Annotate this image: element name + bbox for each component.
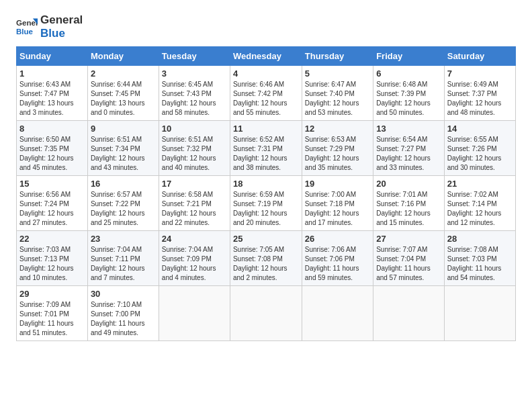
calendar-day-header: Tuesday [159, 46, 230, 65]
day-number: 7 [447, 68, 513, 79]
day-info: Sunrise: 6:53 AM Sunset: 7:29 PM Dayligh… [305, 135, 370, 173]
calendar-cell: 18Sunrise: 6:59 AM Sunset: 7:19 PM Dayli… [230, 175, 302, 230]
day-info: Sunrise: 6:55 AM Sunset: 7:26 PM Dayligh… [447, 135, 513, 173]
day-info: Sunrise: 6:46 AM Sunset: 7:42 PM Dayligh… [233, 80, 299, 118]
calendar-cell: 16Sunrise: 6:57 AM Sunset: 7:22 PM Dayli… [87, 175, 159, 230]
day-number: 24 [162, 234, 227, 244]
calendar-cell: 3Sunrise: 6:45 AM Sunset: 7:43 PM Daylig… [159, 65, 230, 120]
calendar-cell: 26Sunrise: 7:06 AM Sunset: 7:06 PM Dayli… [302, 230, 373, 285]
day-number: 3 [162, 68, 227, 79]
day-info: Sunrise: 7:07 AM Sunset: 7:04 PM Dayligh… [376, 245, 441, 283]
day-info: Sunrise: 6:47 AM Sunset: 7:40 PM Dayligh… [305, 80, 370, 118]
day-info: Sunrise: 6:59 AM Sunset: 7:19 PM Dayligh… [233, 190, 299, 228]
day-info: Sunrise: 6:48 AM Sunset: 7:39 PM Dayligh… [376, 80, 441, 118]
day-number: 1 [19, 68, 85, 79]
day-info: Sunrise: 6:54 AM Sunset: 7:27 PM Dayligh… [376, 135, 441, 173]
calendar-cell: 21Sunrise: 7:02 AM Sunset: 7:14 PM Dayli… [444, 175, 515, 230]
day-info: Sunrise: 7:09 AM Sunset: 7:01 PM Dayligh… [19, 300, 85, 338]
logo-icon: General Blue [16, 16, 38, 38]
calendar-cell: 8Sunrise: 6:50 AM Sunset: 7:35 PM Daylig… [17, 120, 88, 175]
day-info: Sunrise: 6:57 AM Sunset: 7:22 PM Dayligh… [91, 190, 156, 228]
day-info: Sunrise: 7:04 AM Sunset: 7:11 PM Dayligh… [91, 245, 156, 283]
day-info: Sunrise: 7:04 AM Sunset: 7:09 PM Dayligh… [162, 245, 227, 283]
day-number: 22 [19, 234, 85, 244]
calendar-day-header: Sunday [17, 46, 88, 65]
logo-general: General [40, 13, 83, 27]
logo: General Blue General Blue [16, 13, 83, 41]
calendar-week-row: 22Sunrise: 7:03 AM Sunset: 7:13 PM Dayli… [17, 230, 516, 285]
calendar-cell: 25Sunrise: 7:05 AM Sunset: 7:08 PM Dayli… [230, 230, 302, 285]
day-number: 27 [376, 234, 441, 244]
calendar-day-header: Thursday [302, 46, 373, 65]
day-info: Sunrise: 7:05 AM Sunset: 7:08 PM Dayligh… [233, 245, 299, 283]
day-number: 10 [162, 124, 227, 134]
day-number: 20 [376, 179, 441, 189]
day-number: 2 [91, 68, 156, 79]
calendar-week-row: 15Sunrise: 6:56 AM Sunset: 7:24 PM Dayli… [17, 175, 516, 230]
calendar-cell: 10Sunrise: 6:51 AM Sunset: 7:32 PM Dayli… [159, 120, 230, 175]
calendar-cell: 4Sunrise: 6:46 AM Sunset: 7:42 PM Daylig… [230, 65, 302, 120]
day-info: Sunrise: 6:50 AM Sunset: 7:35 PM Dayligh… [19, 135, 85, 173]
calendar-header-row: SundayMondayTuesdayWednesdayThursdayFrid… [17, 46, 516, 65]
calendar-cell: 24Sunrise: 7:04 AM Sunset: 7:09 PM Dayli… [159, 230, 230, 285]
day-info: Sunrise: 7:06 AM Sunset: 7:06 PM Dayligh… [305, 245, 370, 283]
calendar-week-row: 8Sunrise: 6:50 AM Sunset: 7:35 PM Daylig… [17, 120, 516, 175]
day-info: Sunrise: 6:44 AM Sunset: 7:45 PM Dayligh… [91, 80, 156, 118]
header: General Blue General Blue [16, 13, 516, 41]
day-number: 18 [233, 179, 299, 189]
day-info: Sunrise: 6:58 AM Sunset: 7:21 PM Dayligh… [162, 190, 227, 228]
day-number: 16 [91, 179, 156, 189]
calendar-cell: 14Sunrise: 6:55 AM Sunset: 7:26 PM Dayli… [444, 120, 515, 175]
calendar-cell: 23Sunrise: 7:04 AM Sunset: 7:11 PM Dayli… [87, 230, 159, 285]
day-number: 6 [376, 68, 441, 79]
day-info: Sunrise: 6:43 AM Sunset: 7:47 PM Dayligh… [19, 80, 85, 118]
calendar-day-header: Monday [87, 46, 159, 65]
calendar-cell: 11Sunrise: 6:52 AM Sunset: 7:31 PM Dayli… [230, 120, 302, 175]
day-number: 28 [447, 234, 513, 244]
calendar-day-header: Friday [373, 46, 445, 65]
calendar-cell: 19Sunrise: 7:00 AM Sunset: 7:18 PM Dayli… [302, 175, 373, 230]
day-number: 29 [19, 289, 85, 299]
calendar-cell [373, 285, 445, 340]
calendar-cell: 1Sunrise: 6:43 AM Sunset: 7:47 PM Daylig… [17, 65, 88, 120]
day-number: 4 [233, 68, 299, 79]
calendar-cell: 5Sunrise: 6:47 AM Sunset: 7:40 PM Daylig… [302, 65, 373, 120]
calendar-cell: 17Sunrise: 6:58 AM Sunset: 7:21 PM Dayli… [159, 175, 230, 230]
calendar-cell: 22Sunrise: 7:03 AM Sunset: 7:13 PM Dayli… [17, 230, 88, 285]
day-number: 25 [233, 234, 299, 244]
calendar-cell [302, 285, 373, 340]
day-number: 9 [91, 124, 156, 134]
day-number: 11 [233, 124, 299, 134]
day-number: 23 [91, 234, 156, 244]
day-info: Sunrise: 7:01 AM Sunset: 7:16 PM Dayligh… [376, 190, 441, 228]
day-number: 14 [447, 124, 513, 134]
day-number: 15 [19, 179, 85, 189]
day-number: 12 [305, 124, 370, 134]
day-info: Sunrise: 6:51 AM Sunset: 7:32 PM Dayligh… [162, 135, 227, 173]
calendar-cell: 7Sunrise: 6:49 AM Sunset: 7:37 PM Daylig… [444, 65, 515, 120]
day-number: 26 [305, 234, 370, 244]
calendar-cell [159, 285, 230, 340]
calendar-cell [230, 285, 302, 340]
calendar-day-header: Saturday [444, 46, 515, 65]
calendar-cell: 29Sunrise: 7:09 AM Sunset: 7:01 PM Dayli… [17, 285, 88, 340]
calendar-cell: 28Sunrise: 7:08 AM Sunset: 7:03 PM Dayli… [444, 230, 515, 285]
day-number: 13 [376, 124, 441, 134]
calendar-day-header: Wednesday [230, 46, 302, 65]
calendar-cell: 20Sunrise: 7:01 AM Sunset: 7:16 PM Dayli… [373, 175, 445, 230]
day-number: 19 [305, 179, 370, 189]
day-info: Sunrise: 6:49 AM Sunset: 7:37 PM Dayligh… [447, 80, 513, 118]
day-number: 30 [91, 289, 156, 299]
calendar-body: 1Sunrise: 6:43 AM Sunset: 7:47 PM Daylig… [17, 65, 516, 340]
day-info: Sunrise: 7:08 AM Sunset: 7:03 PM Dayligh… [447, 245, 513, 283]
day-number: 17 [162, 179, 227, 189]
day-info: Sunrise: 6:52 AM Sunset: 7:31 PM Dayligh… [233, 135, 299, 173]
day-info: Sunrise: 7:03 AM Sunset: 7:13 PM Dayligh… [19, 245, 85, 283]
logo-blue: Blue [40, 27, 83, 40]
day-info: Sunrise: 7:00 AM Sunset: 7:18 PM Dayligh… [305, 190, 370, 228]
day-info: Sunrise: 6:45 AM Sunset: 7:43 PM Dayligh… [162, 80, 227, 118]
calendar-cell: 2Sunrise: 6:44 AM Sunset: 7:45 PM Daylig… [87, 65, 159, 120]
calendar-week-row: 1Sunrise: 6:43 AM Sunset: 7:47 PM Daylig… [17, 65, 516, 120]
calendar-table: SundayMondayTuesdayWednesdayThursdayFrid… [16, 46, 516, 341]
day-number: 5 [305, 68, 370, 79]
